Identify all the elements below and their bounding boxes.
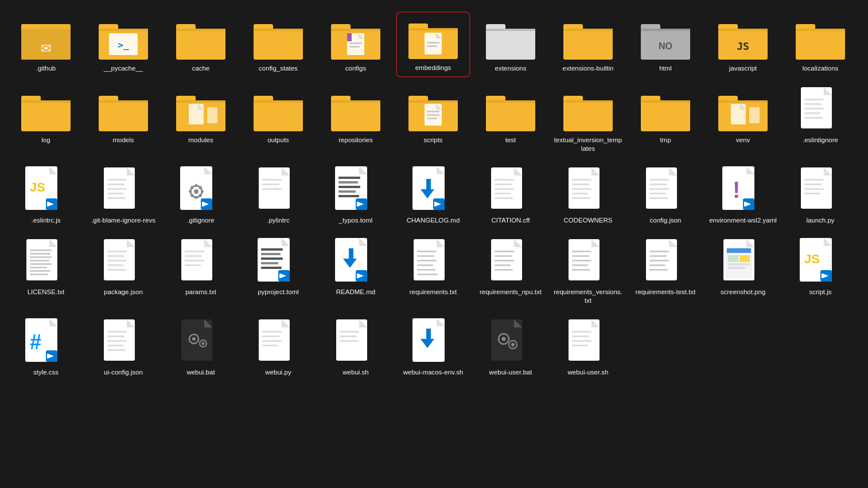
svg-rect-48: [796, 29, 845, 31]
item-config-states[interactable]: config_states: [241, 11, 316, 77]
item-github[interactable]: ✉ .github: [9, 11, 83, 77]
item-label: .eslintrc.js: [31, 216, 60, 225]
item-config-json[interactable]: config.json: [628, 163, 703, 229]
folder-icon-repositories: [330, 88, 382, 134]
file-icon-requirements-npu-txt: [485, 240, 536, 286]
item-label: webui-user.sh: [568, 368, 609, 377]
svg-rect-73: [427, 118, 437, 119]
item-modules[interactable]: modules: [164, 83, 238, 158]
item-changelog-md[interactable]: CHANGELOG.md: [396, 163, 470, 229]
item-pyproject-toml[interactable]: pyproject.toml: [241, 235, 316, 310]
svg-rect-87: [731, 104, 746, 124]
item-html[interactable]: NO html: [628, 11, 703, 77]
item-script-js[interactable]: JS script.js: [783, 235, 858, 310]
folder-icon-textual-inversion: [562, 88, 614, 134]
item-outputs[interactable]: outputs: [241, 83, 316, 158]
item-webui-py[interactable]: webui.py: [241, 315, 316, 381]
item-pylintrc[interactable]: .pylintrc: [241, 163, 316, 229]
item-git-blame[interactable]: .git-blame-ignore-revs: [86, 163, 161, 229]
svg-rect-223: [572, 251, 591, 252]
folder-icon-javascript: JS: [717, 16, 769, 62]
item-venv[interactable]: venv: [706, 83, 780, 158]
item-configs[interactable]: configs: [318, 11, 393, 77]
item-models[interactable]: models: [86, 83, 161, 158]
item-pycache[interactable]: >_ __pycache__: [86, 11, 161, 77]
item-embeddings[interactable]: embeddings: [396, 11, 470, 77]
svg-rect-238: [727, 248, 751, 253]
item-label: requirements.txt: [410, 288, 457, 296]
item-eslintrc-js[interactable]: JS .eslintrc.js: [9, 163, 83, 229]
item-label: repositories: [338, 136, 372, 145]
item-localizations[interactable]: localizations: [783, 11, 858, 77]
item-repositories[interactable]: repositories: [318, 83, 393, 158]
item-label: extensions: [495, 64, 527, 73]
item-javascript[interactable]: JS javascript: [706, 11, 780, 77]
item-cache[interactable]: cache: [164, 11, 238, 77]
item-textual-inversion[interactable]: textual_inversion_templates: [551, 83, 625, 158]
svg-rect-174: [30, 256, 52, 258]
svg-rect-79: [563, 100, 613, 131]
svg-rect-274: [340, 335, 357, 337]
svg-rect-175: [30, 260, 49, 261]
svg-rect-54: [99, 100, 148, 103]
file-icon-requirements-test-txt: [640, 240, 691, 286]
item-citation-cff[interactable]: CITATION.cff: [473, 163, 548, 229]
item-license-txt[interactable]: LICENSE.txt: [9, 235, 83, 310]
svg-rect-123: [262, 179, 282, 181]
item-label: launch.py: [806, 216, 834, 225]
item-requirements-test-txt[interactable]: requirements-test.txt: [628, 235, 703, 310]
item-requirements-versions-txt[interactable]: requirements_versions.txt: [551, 235, 625, 310]
svg-rect-36: [563, 29, 613, 60]
svg-rect-256: [107, 340, 127, 342]
item-webui-macos-env-sh[interactable]: webui-macos-env.sh: [396, 315, 470, 381]
item-codeowners[interactable]: CODEOWNERS: [551, 163, 625, 229]
svg-rect-158: [649, 193, 665, 194]
item-label: modules: [188, 136, 213, 145]
svg-rect-104: [107, 184, 124, 185]
svg-rect-203: [349, 248, 353, 259]
svg-rect-40: [641, 29, 690, 31]
item-ui-config-json[interactable]: ui-config.json: [86, 315, 161, 381]
item-params-txt[interactable]: params.txt: [164, 235, 238, 310]
item-typos-toml[interactable]: _typos.toml: [318, 163, 393, 229]
item-webui-bat[interactable]: webui.bat: [164, 315, 238, 381]
item-webui-sh[interactable]: webui.sh: [318, 315, 393, 381]
item-tmp[interactable]: tmp: [628, 83, 703, 158]
item-screenshot-png[interactable]: screenshot.png: [706, 235, 780, 310]
item-eslintignore[interactable]: .eslintignore: [783, 83, 858, 158]
svg-rect-270: [262, 345, 278, 346]
item-launch-py[interactable]: launch.py: [783, 163, 858, 229]
item-style-css[interactable]: # style.css: [9, 315, 83, 381]
svg-rect-37: [563, 29, 613, 31]
svg-rect-173: [30, 253, 50, 255]
svg-rect-219: [495, 264, 511, 266]
svg-rect-106: [107, 193, 123, 194]
svg-rect-74: [427, 111, 439, 112]
svg-rect-273: [340, 331, 359, 333]
item-requirements-npu-txt[interactable]: requirements_npu.txt: [473, 235, 548, 310]
svg-rect-27: [408, 28, 458, 30]
item-extensions-builtin[interactable]: extensions-builtin: [551, 11, 625, 77]
svg-rect-143: [495, 188, 514, 190]
item-scripts[interactable]: scripts: [396, 83, 470, 158]
item-env-wsl2-yaml[interactable]: ! environment-wsl2.yaml: [706, 163, 780, 229]
item-test[interactable]: test: [473, 83, 548, 158]
svg-rect-148: [572, 179, 591, 181]
svg-rect-125: [262, 188, 282, 190]
item-extensions[interactable]: extensions: [473, 11, 548, 77]
item-requirements-txt[interactable]: requirements.txt: [396, 235, 470, 310]
svg-rect-258: [107, 349, 126, 351]
item-webui-user-sh[interactable]: webui-user.sh: [551, 315, 625, 381]
item-readme-md[interactable]: README.md: [318, 235, 393, 310]
svg-rect-168: [804, 188, 824, 190]
item-log[interactable]: log: [9, 83, 83, 158]
file-icon-eslintrc-js: JS: [20, 168, 72, 214]
svg-rect-82: [641, 100, 690, 131]
item-package-json[interactable]: package.json: [86, 235, 161, 310]
svg-rect-69: [408, 100, 458, 103]
item-gitignore[interactable]: .gitignore: [164, 163, 238, 229]
svg-rect-141: [495, 179, 514, 181]
item-webui-user-bat[interactable]: webui-user.bat: [473, 315, 548, 381]
svg-rect-145: [495, 197, 513, 199]
item-label: .github: [36, 64, 56, 73]
